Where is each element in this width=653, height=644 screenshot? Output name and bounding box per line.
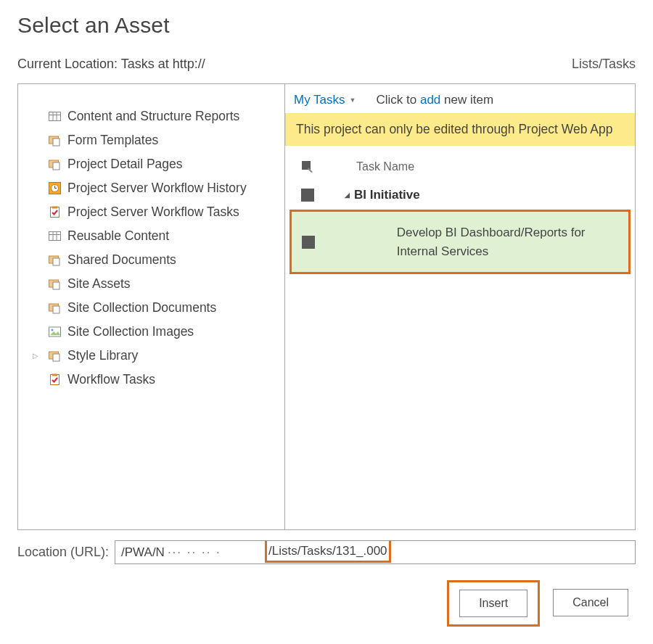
clipboard-check-icon <box>49 373 61 386</box>
svg-rect-29 <box>52 374 57 376</box>
location-url-input[interactable]: /PWA/N ··· ·· ·· · pad /Lists/Tasks/131_… <box>115 540 636 564</box>
url-obscured: ··· ·· ·· · <box>168 545 221 560</box>
tree-item-label: Project Server Workflow History <box>67 181 247 196</box>
svg-rect-0 <box>49 112 61 121</box>
folder-doc-icon <box>49 254 61 266</box>
svg-rect-7 <box>53 162 59 170</box>
tree-item-workflow-tasks[interactable]: Workflow Tasks <box>47 368 276 392</box>
svg-rect-28 <box>51 375 59 385</box>
svg-rect-19 <box>53 258 59 265</box>
tree-item-label: Reusable Content <box>67 228 169 244</box>
tasks-pane: My Tasks ▼ Click to add new item This pr… <box>285 84 635 529</box>
tree-item-label: Site Collection Documents <box>67 300 216 315</box>
chevron-down-icon: ▼ <box>350 96 356 104</box>
folder-doc-icon <box>49 350 61 362</box>
current-location-suffix: Lists/Tasks <box>572 57 636 72</box>
tree-item-site-collection-documents[interactable]: Site Collection Documents <box>47 296 276 320</box>
tree-item-workflow-tasks-server[interactable]: Project Server Workflow Tasks <box>47 200 276 224</box>
dialog-title: Select an Asset <box>17 13 636 38</box>
current-location-line: Current Location: Tasks at http:// Lists… <box>17 57 636 72</box>
add-item-link[interactable]: add <box>420 93 440 107</box>
tree-item-site-assets[interactable]: Site Assets <box>47 272 276 296</box>
tree-item-label: Site Assets <box>67 276 131 292</box>
expand-icon[interactable]: ▷ <box>33 352 38 360</box>
insert-button-highlight: Insert <box>447 580 540 627</box>
task-table-header: Task Name <box>285 154 635 181</box>
view-selector-label: My Tasks <box>294 93 345 107</box>
svg-point-25 <box>52 329 54 331</box>
task-name-header: Task Name <box>356 160 414 173</box>
edit-column-icon <box>301 160 314 173</box>
tree-item-label: Project Detail Pages <box>67 157 183 172</box>
grid-icon <box>49 110 61 123</box>
svg-rect-21 <box>53 282 59 289</box>
library-tree: Content and Structure Reports Form Templ… <box>18 84 285 529</box>
svg-rect-27 <box>53 354 59 361</box>
tree-item-content-structure-reports[interactable]: Content and Structure Reports <box>47 104 276 128</box>
cancel-button[interactable]: Cancel <box>553 589 628 616</box>
svg-rect-13 <box>52 207 57 209</box>
svg-rect-23 <box>53 306 59 313</box>
svg-rect-30 <box>302 161 311 170</box>
tree-item-label: Site Collection Images <box>67 324 194 339</box>
svg-rect-5 <box>53 139 59 146</box>
tree-item-site-collection-images[interactable]: Site Collection Images <box>47 320 276 344</box>
task-name: Develop BI Dashboard/Reports for Interna… <box>334 223 615 260</box>
square-icon <box>302 236 315 249</box>
tree-item-label: Form Templates <box>67 133 158 148</box>
tree-item-form-templates[interactable]: Form Templates <box>47 128 276 152</box>
folder-doc-icon <box>49 134 61 146</box>
grid-icon <box>49 230 61 242</box>
add-item-suffix: new item <box>444 93 493 107</box>
url-segment-1: /PWA/N <box>121 545 165 560</box>
current-location-label: Current Location: <box>17 57 118 71</box>
task-row-selected[interactable]: Develop BI Dashboard/Reports for Interna… <box>289 210 631 274</box>
svg-rect-12 <box>51 207 59 218</box>
tree-item-label: Content and Structure Reports <box>67 109 239 124</box>
folder-doc-icon <box>49 302 61 314</box>
task-row-bi-initiative[interactable]: ◢ BI Initiative <box>285 181 635 210</box>
clipboard-check-icon <box>49 206 61 218</box>
tree-item-reusable-content[interactable]: Reusable Content <box>47 224 276 248</box>
svg-rect-24 <box>49 327 61 337</box>
tree-item-workflow-history[interactable]: Project Server Workflow History <box>47 176 276 200</box>
folder-doc-icon <box>49 158 61 170</box>
tree-item-label: Workflow Tasks <box>67 372 155 387</box>
add-item-prefix: Click to <box>376 93 416 107</box>
insert-button[interactable]: Insert <box>459 590 527 617</box>
square-icon <box>301 189 314 202</box>
url-segment-highlight: /Lists/Tasks/131_.000 <box>265 540 390 563</box>
collapse-icon[interactable]: ◢ <box>345 191 350 199</box>
task-name: BI Initiative <box>354 188 420 202</box>
svg-rect-14 <box>49 232 61 241</box>
tree-item-style-library[interactable]: ▷ Style Library <box>47 344 276 368</box>
edit-warning-banner: This project can only be edited through … <box>285 113 635 146</box>
location-url-label: Location (URL): <box>17 545 109 560</box>
current-location-value: Tasks at http:// <box>121 57 205 71</box>
picture-icon <box>49 326 61 338</box>
tree-item-label: Project Server Workflow Tasks <box>67 205 239 220</box>
view-selector-my-tasks[interactable]: My Tasks ▼ <box>294 93 356 107</box>
clock-icon <box>49 182 61 194</box>
tree-item-project-detail-pages[interactable]: Project Detail Pages <box>47 152 276 176</box>
tree-item-label: Shared Documents <box>67 252 176 268</box>
tree-item-shared-documents[interactable]: Shared Documents <box>47 248 276 272</box>
add-item-hint: Click to add new item <box>376 93 493 107</box>
tree-item-label: Style Library <box>67 348 138 363</box>
folder-doc-icon <box>49 278 61 290</box>
